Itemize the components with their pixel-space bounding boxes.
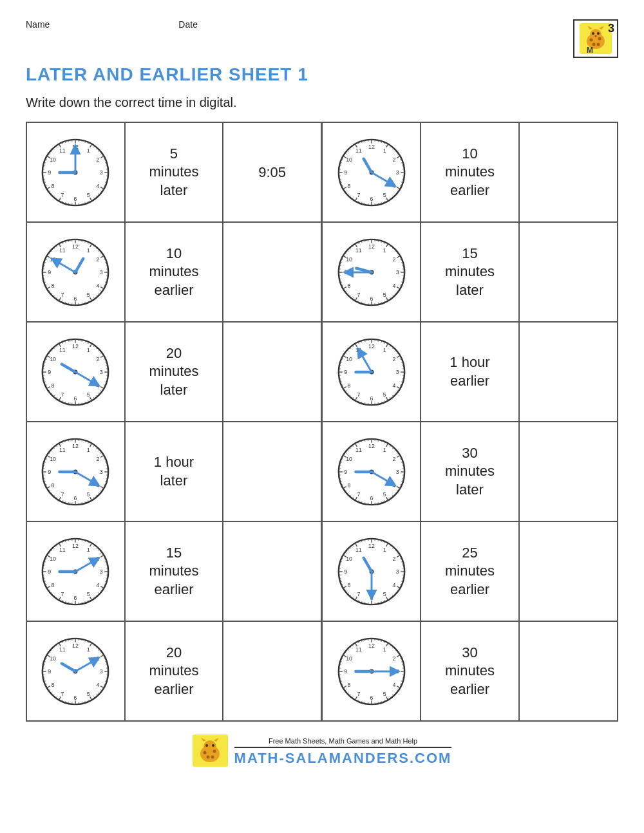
svg-text:2: 2 [97,156,100,163]
svg-text:8: 8 [52,182,55,189]
clock-row3-right: 121234567891011 [322,322,421,422]
svg-text:12: 12 [368,343,375,350]
clock-row2-left: 121234567891011 [26,222,125,322]
answer-row1-right [519,122,618,222]
svg-text:10: 10 [346,556,352,562]
svg-text:6: 6 [370,195,373,201]
svg-text:9: 9 [344,269,347,276]
svg-text:2: 2 [392,655,395,662]
svg-text:4: 4 [392,282,395,288]
svg-text:8: 8 [347,282,350,288]
svg-text:5: 5 [87,491,90,498]
svg-text:7: 7 [61,691,64,697]
svg-text:9: 9 [344,668,347,675]
svg-text:10: 10 [346,156,352,163]
clock-row2-right: 121234567891011 [322,222,421,322]
svg-text:6: 6 [370,694,373,700]
svg-text:1: 1 [383,247,386,253]
svg-text:8: 8 [347,182,350,189]
svg-text:11: 11 [59,247,66,253]
svg-text:7: 7 [357,591,360,597]
left-half: 121234567891011 5minuteslater 9:05 12123… [26,122,322,721]
svg-text:4: 4 [97,581,100,588]
clock-row4-right: 121234567891011 [322,422,421,521]
svg-text:6: 6 [74,295,77,301]
page-title: LATER AND EARLIER SHEET 1 [26,64,618,85]
logo-number: 3 [608,22,614,35]
svg-point-4 [598,37,601,41]
svg-text:10: 10 [50,655,56,662]
svg-text:12: 12 [72,343,79,350]
svg-text:3: 3 [395,269,399,276]
svg-text:2: 2 [97,556,100,562]
svg-text:5: 5 [87,691,90,697]
svg-point-3 [590,39,593,42]
svg-text:1: 1 [87,346,90,353]
logo-icon: M [580,23,612,54]
svg-text:1: 1 [383,446,386,453]
svg-text:9: 9 [48,469,52,475]
clock-row3-left: 121234567891011 [26,322,125,422]
svg-text:9: 9 [344,169,347,176]
label-text: 5minuteslater [149,145,198,200]
svg-text:5: 5 [383,491,386,498]
svg-text:3: 3 [100,169,103,176]
svg-text:6: 6 [74,594,77,601]
svg-text:1: 1 [87,546,90,552]
svg-text:11: 11 [59,147,66,153]
label-row1-left: 5minuteslater [125,122,223,222]
clock-row6-left: 121234567891011 [26,621,125,721]
svg-text:7: 7 [357,391,360,398]
svg-text:5: 5 [383,192,386,198]
svg-text:10: 10 [50,156,56,163]
meta-labels: Name Date [26,19,198,30]
svg-text:6: 6 [370,395,373,401]
svg-point-943 [213,750,216,753]
svg-text:1: 1 [383,147,386,153]
svg-text:9: 9 [48,269,52,276]
svg-text:1: 1 [383,646,386,652]
svg-text:3: 3 [100,568,103,575]
svg-text:4: 4 [97,382,100,388]
svg-text:5: 5 [383,691,386,697]
svg-text:10: 10 [346,655,352,662]
clock-row5-right: 121234567891011 [322,521,421,621]
answer-text: 9:05 [247,164,298,181]
answer-row4-right [519,422,618,521]
footer: Free Math Sheets, Math Games and Math He… [26,735,618,769]
svg-text:10: 10 [50,256,56,263]
svg-text:4: 4 [97,282,100,288]
svg-text:7: 7 [61,391,64,398]
answer-row6-left [223,621,321,721]
svg-point-941 [212,744,214,747]
answer-row3-right [519,322,618,422]
footer-tagline: Free Math Sheets, Math Games and Math He… [234,737,452,745]
svg-text:2: 2 [392,156,395,163]
answer-row4-left [223,422,321,521]
svg-text:9: 9 [344,568,347,575]
svg-text:8: 8 [347,681,350,688]
label-row1-right: 10minutesearlier [421,122,519,222]
svg-point-940 [205,744,208,747]
footer-text-block: Free Math Sheets, Math Games and Math He… [234,737,452,767]
svg-text:5: 5 [383,292,386,298]
svg-text:12: 12 [72,642,79,649]
svg-text:4: 4 [392,681,395,688]
svg-text:3: 3 [100,369,103,375]
label-row5-left: 15minutesearlier [125,521,223,621]
svg-text:8: 8 [52,681,55,688]
svg-text:8: 8 [347,581,350,588]
svg-point-942 [203,751,206,754]
svg-text:3: 3 [395,568,399,575]
answer-row6-right [519,621,618,721]
svg-text:6: 6 [74,694,77,700]
svg-text:7: 7 [357,691,360,697]
svg-text:6: 6 [74,395,77,401]
svg-text:10: 10 [346,456,352,462]
clock-row5-left: 121234567891011 [26,521,125,621]
svg-point-6 [597,43,600,46]
svg-text:3: 3 [395,668,399,675]
date-label: Date [178,19,198,30]
svg-text:11: 11 [59,446,66,453]
svg-text:10: 10 [346,256,352,263]
